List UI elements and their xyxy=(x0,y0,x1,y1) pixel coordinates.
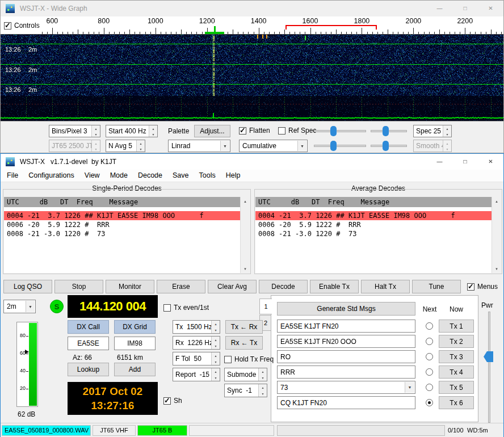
tx-from-rx-button[interactable]: Tx ← Rx xyxy=(225,320,263,334)
menu-help[interactable]: Help xyxy=(221,170,246,182)
spinner-arrows-icon[interactable]: ▴▾ xyxy=(149,125,157,137)
ref-spec-checkbox[interactable]: Ref Spec xyxy=(278,127,316,135)
button-decode[interactable]: Decode xyxy=(259,280,308,293)
rx-freq-spinner[interactable]: Rx 1226 Hz▴▾ xyxy=(173,336,220,350)
spec-percent-spinner[interactable]: Spec 25 %▴▾ xyxy=(413,125,452,137)
next-radio-6[interactable] xyxy=(426,399,433,406)
checkbox-box[interactable] xyxy=(467,283,474,291)
decode-row[interactable]: 0004 -21 3.7 1226 ## K1JT EA5SE IM98 OOO… xyxy=(4,211,240,220)
slider-handle[interactable] xyxy=(330,126,337,136)
submode-spinner[interactable]: Submode B▴▾ xyxy=(224,368,267,381)
tx-freq-spinner[interactable]: Tx 1500 Hz▴▾ xyxy=(173,320,220,334)
minimize-icon[interactable]: — xyxy=(427,1,452,16)
button-stop[interactable]: Stop xyxy=(54,280,103,293)
tx-2-button[interactable]: Tx 2 xyxy=(439,335,474,348)
generate-std-msgs-button[interactable]: Generate Std Msgs xyxy=(277,302,415,316)
spinner-arrows-icon[interactable]: ▴▾ xyxy=(211,352,220,365)
scrollbar[interactable]: ▴ ▾ xyxy=(240,197,250,273)
tx-message-field-3[interactable]: RO xyxy=(277,350,415,363)
scrollbar[interactable]: ▴ ▾ xyxy=(492,197,501,273)
minimize-icon[interactable]: — xyxy=(427,154,452,170)
tx-5-button[interactable]: Tx 5 xyxy=(439,381,474,394)
close-icon[interactable]: ✕ xyxy=(478,1,503,16)
checkbox-box[interactable] xyxy=(239,127,246,135)
slider-handle[interactable] xyxy=(383,126,389,136)
tx-message-field-4[interactable]: RRR xyxy=(277,365,415,379)
msg-tab-1[interactable]: 1 xyxy=(259,299,272,314)
button-erase[interactable]: Erase xyxy=(157,280,205,293)
band-combo[interactable]: 2m▼ xyxy=(3,300,36,313)
start-freq-spinner[interactable]: Start 400 Hz▴▾ xyxy=(106,125,158,137)
spinner-arrows-icon[interactable]: ▴▾ xyxy=(91,140,100,152)
next-radio-2[interactable] xyxy=(426,338,433,345)
tx-message-field-5[interactable]: 73▼ xyxy=(277,381,415,394)
tx-6-button[interactable]: Tx 6 xyxy=(439,396,474,409)
hold-tx-freq-checkbox[interactable]: Hold Tx Freq xyxy=(224,355,274,363)
menu-tools[interactable]: Tools xyxy=(194,170,221,182)
controls-checkbox[interactable]: Controls xyxy=(4,22,40,30)
menu-file[interactable]: File xyxy=(2,170,23,182)
report-spinner[interactable]: Report -15▴▾ xyxy=(173,368,220,381)
f-tol-spinner[interactable]: F Tol 50▴▾ xyxy=(173,352,220,365)
wide-graph-titlebar[interactable]: WSJT-X - Wide Graph — □ ✕ xyxy=(1,1,503,16)
decode-row[interactable]: 0006 -20 5.9 1222 # RRR xyxy=(4,220,240,229)
spectrum-zero-slider[interactable] xyxy=(371,140,407,152)
bins-pixel-spinner[interactable]: Bins/Pixel 3▴▾ xyxy=(49,125,100,137)
menu-view[interactable]: View xyxy=(79,170,105,182)
next-radio-1[interactable] xyxy=(426,322,433,330)
menu-save[interactable]: Save xyxy=(167,170,194,182)
menu-mode[interactable]: Mode xyxy=(105,170,133,182)
adjust-button[interactable]: Adjust... xyxy=(194,125,230,137)
tx-message-field-1[interactable]: EA5SE K1JT FN20 xyxy=(277,320,415,333)
dx-call-button[interactable]: DX Call xyxy=(68,320,109,334)
scroll-up-icon[interactable]: ▴ xyxy=(492,197,501,205)
spectrum-gain-slider[interactable] xyxy=(314,140,366,152)
next-radio-4[interactable] xyxy=(426,368,433,376)
decode-row[interactable]: 0006 -20 5.9 1222 # RRR xyxy=(255,220,492,229)
button-clear-avg[interactable]: Clear Avg xyxy=(208,280,257,293)
button-halt-tx[interactable]: Halt Tx xyxy=(361,280,410,293)
flatten-checkbox[interactable]: Flatten xyxy=(239,127,270,135)
frequency-display[interactable]: 144.120 004 xyxy=(68,295,158,318)
checkbox-box[interactable] xyxy=(163,397,171,405)
checkbox-box[interactable] xyxy=(278,127,285,135)
main-titlebar[interactable]: WSJT-X v1.7.1-devel by K1JT — □ ✕ xyxy=(1,154,503,170)
pwr-slider-handle[interactable] xyxy=(484,351,493,362)
n-avg-spinner[interactable]: N Avg 5▴▾ xyxy=(106,140,145,152)
slider-handle[interactable] xyxy=(330,141,337,151)
decode-row[interactable]: 0004 -21 3.7 1226 ## K1JT EA5SE IM98 OOO… xyxy=(255,211,492,220)
palette-combo[interactable]: Linrad▼ xyxy=(168,140,230,152)
maximize-icon[interactable]: □ xyxy=(452,154,478,170)
tx-3-button[interactable]: Tx 3 xyxy=(439,350,474,363)
next-radio-3[interactable] xyxy=(426,353,433,360)
next-radio-5[interactable] xyxy=(426,384,433,391)
rx-from-tx-button[interactable]: Rx ← Tx xyxy=(225,336,263,350)
tx-1-button[interactable]: Tx 1 xyxy=(439,320,474,333)
tx-even-checkbox[interactable]: Tx even/1st xyxy=(163,304,209,312)
spinner-arrows-icon[interactable]: ▴▾ xyxy=(258,384,267,397)
menu-configurations[interactable]: Configurations xyxy=(23,170,79,182)
close-icon[interactable]: ✕ xyxy=(478,154,503,170)
spinner-arrows-icon[interactable]: ▴▾ xyxy=(211,321,220,333)
spinner-arrows-icon[interactable]: ▴▾ xyxy=(136,140,145,152)
button-tune[interactable]: Tune xyxy=(412,280,461,293)
checkbox-box[interactable] xyxy=(4,22,11,30)
sh-checkbox[interactable]: Sh xyxy=(163,397,182,405)
tx-4-button[interactable]: Tx 4 xyxy=(439,365,474,379)
menu-decode[interactable]: Decode xyxy=(133,170,167,182)
frequency-ruler[interactable]: 6008001000120014001600180020002200 Contr… xyxy=(1,16,503,35)
spinner-arrows-icon[interactable]: ▴▾ xyxy=(91,125,100,137)
spinner-arrows-icon[interactable]: ▴▾ xyxy=(258,368,267,381)
scroll-down-icon[interactable]: ▾ xyxy=(241,264,250,273)
dx-grid-field[interactable]: IM98 xyxy=(114,337,156,350)
button-enable-tx[interactable]: Enable Tx xyxy=(310,280,359,293)
scroll-up-icon[interactable]: ▴ xyxy=(241,197,250,205)
tx-message-field-6[interactable]: CQ K1JT FN20 xyxy=(277,396,415,409)
checkbox-box[interactable] xyxy=(224,356,232,363)
waterfall-zero-slider[interactable] xyxy=(371,125,407,137)
display-mode-combo[interactable]: Cumulative▼ xyxy=(239,140,308,152)
lookup-button[interactable]: Lookup xyxy=(68,363,109,376)
tx-message-field-2[interactable]: EA5SE K1JT FN20 OOO xyxy=(277,335,415,348)
decode-row[interactable]: 0008 -21 -3.0 1220 # 73 xyxy=(255,229,492,238)
scroll-down-icon[interactable]: ▾ xyxy=(492,264,501,273)
